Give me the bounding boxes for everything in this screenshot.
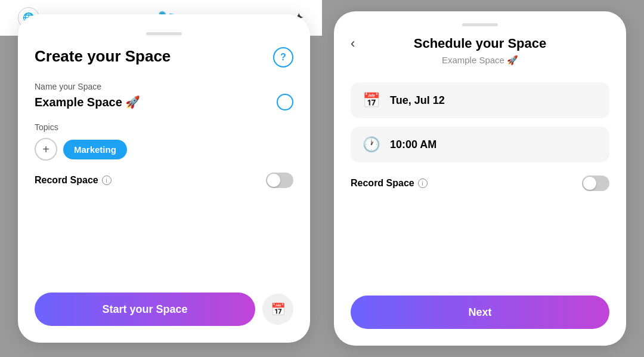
time-value: 10:00 AM	[390, 139, 436, 151]
date-value: Tue, Jul 12	[390, 94, 445, 107]
start-space-button[interactable]: Start your Space	[35, 293, 255, 326]
help-button[interactable]: ?	[273, 47, 293, 67]
marketing-topic-tag[interactable]: Marketing	[63, 140, 127, 159]
bottom-row: Start your Space 📅	[35, 293, 293, 326]
next-button[interactable]: Next	[351, 296, 609, 329]
date-picker-row[interactable]: 📅 Tue, Jul 12	[351, 82, 609, 118]
schedule-record-label: Record Space	[351, 178, 414, 189]
record-row: Record Space i	[35, 173, 293, 188]
record-label-group: Record Space i	[35, 175, 112, 186]
record-toggle[interactable]	[266, 173, 293, 188]
create-space-title: Create your Space	[35, 47, 171, 66]
clock-icon: 🕐	[363, 136, 380, 153]
phone-notch	[146, 32, 182, 35]
schedule-header: ‹ Schedule your Space	[351, 36, 609, 51]
circle-indicator	[277, 94, 293, 110]
schedule-record-toggle[interactable]	[582, 176, 609, 191]
screen-container: 🌐 🐦 ✦ Create your Space ? Name your Spac…	[0, 0, 644, 357]
record-info-icon[interactable]: i	[102, 176, 112, 185]
name-field-row: Example Space 🚀	[35, 94, 293, 110]
schedule-icon-button[interactable]: 📅	[262, 294, 293, 325]
schedule-record-row: Record Space i	[351, 176, 609, 191]
record-label: Record Space	[35, 175, 98, 186]
calendar-clock-icon: 📅	[271, 302, 286, 316]
schedule-space-card: ‹ Schedule your Space Example Space 🚀 📅 …	[334, 11, 626, 346]
create-space-card: Create your Space ? Name your Space Exam…	[18, 14, 310, 343]
right-phone-notch	[462, 23, 498, 26]
schedule-title: Schedule your Space	[414, 36, 547, 51]
topics-label: Topics	[35, 122, 293, 132]
card-header: Create your Space ?	[35, 47, 293, 67]
topics-section: Topics + Marketing	[35, 122, 293, 161]
time-picker-row[interactable]: 🕐 10:00 AM	[351, 127, 609, 162]
name-label: Name your Space	[35, 82, 293, 91]
topics-row: + Marketing	[35, 138, 293, 161]
schedule-record-label-group: Record Space i	[351, 178, 428, 189]
add-topic-button[interactable]: +	[35, 138, 57, 161]
back-button[interactable]: ‹	[351, 36, 355, 51]
calendar-icon: 📅	[363, 92, 380, 109]
schedule-subtitle: Example Space 🚀	[351, 55, 609, 66]
schedule-record-info-icon[interactable]: i	[418, 178, 428, 188]
space-name-value[interactable]: Example Space 🚀	[35, 95, 140, 109]
